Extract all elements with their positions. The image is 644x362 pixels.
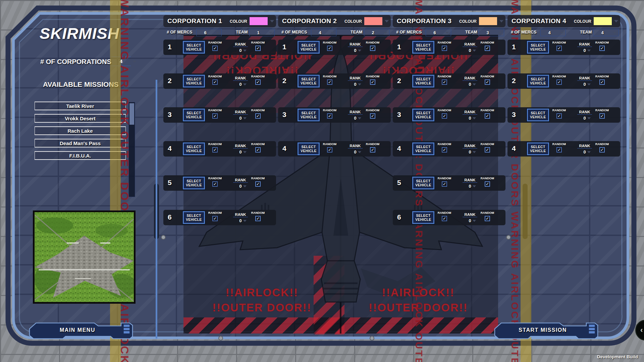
rank-dropdown[interactable]: 0	[231, 48, 250, 53]
team-dropdown[interactable]: 3	[479, 29, 504, 36]
chevron-down-icon[interactable]	[133, 61, 136, 63]
select-vehicle-button[interactable]: SELECT VEHICLE	[298, 109, 320, 121]
random-vehicle-checkbox[interactable]: ✓	[556, 113, 562, 119]
chevron-down-icon[interactable]	[385, 20, 389, 22]
select-vehicle-button[interactable]: SELECT VEHICLE	[183, 211, 205, 224]
random-rank-checkbox[interactable]: ✓	[485, 79, 490, 85]
rank-dropdown[interactable]: 0	[231, 184, 250, 189]
random-vehicle-checkbox[interactable]: ✓	[212, 181, 218, 187]
rank-dropdown[interactable]: 0	[231, 116, 250, 121]
random-vehicle-checkbox[interactable]: ✓	[327, 113, 332, 119]
random-vehicle-checkbox[interactable]: ✓	[442, 46, 447, 51]
select-vehicle-button[interactable]: SELECT VEHICLE	[298, 75, 320, 87]
random-vehicle-checkbox[interactable]: ✓	[327, 46, 332, 51]
rank-dropdown[interactable]: 0	[346, 48, 365, 53]
random-rank-checkbox[interactable]: ✓	[599, 113, 605, 119]
colour-label: COLOUR	[459, 19, 477, 24]
random-rank-checkbox[interactable]: ✓	[485, 181, 490, 187]
colour-swatch[interactable]	[479, 17, 497, 25]
select-vehicle-button[interactable]: SELECT VEHICLE	[412, 142, 434, 155]
random-rank-checkbox[interactable]: ✓	[599, 79, 605, 85]
random-vehicle-checkbox[interactable]: ✓	[212, 216, 218, 221]
random-rank-checkbox[interactable]: ✓	[255, 147, 261, 153]
random-rank-checkbox[interactable]: ✓	[599, 46, 605, 51]
random-vehicle-checkbox[interactable]: ✓	[442, 79, 447, 85]
random-rank-checkbox[interactable]: ✓	[255, 79, 261, 85]
random-rank-checkbox[interactable]: ✓	[370, 147, 375, 153]
team-dropdown[interactable]: 2	[364, 29, 389, 36]
random-vehicle-checkbox[interactable]: ✓	[212, 147, 218, 153]
random-vehicle-checkbox[interactable]: ✓	[556, 46, 562, 51]
random-rank-checkbox[interactable]: ✓	[485, 46, 490, 51]
select-vehicle-button[interactable]: SELECT VEHICLE	[183, 75, 205, 87]
random-rank-checkbox[interactable]: ✓	[255, 216, 261, 221]
select-vehicle-button[interactable]: SELECT VEHICLE	[412, 177, 434, 189]
team-dropdown[interactable]: 1	[249, 29, 275, 36]
colour-swatch[interactable]	[249, 17, 268, 25]
random-vehicle-checkbox[interactable]: ✓	[327, 79, 332, 85]
random-rank-checkbox[interactable]: ✓	[370, 46, 375, 51]
select-vehicle-button[interactable]: SELECT VEHICLE	[412, 109, 434, 121]
start-mission-button[interactable]: START MISSION	[494, 322, 599, 340]
chevron-down-icon[interactable]	[614, 20, 618, 22]
chevron-down-icon[interactable]	[499, 20, 503, 22]
rank-dropdown[interactable]: 0	[231, 218, 250, 223]
rank-dropdown[interactable]: 0	[461, 149, 479, 155]
rank-dropdown[interactable]: 0	[231, 82, 250, 87]
rank-dropdown[interactable]: 0	[461, 82, 479, 87]
random-rank-checkbox[interactable]: ✓	[255, 181, 261, 187]
random-rank-checkbox[interactable]: ✓	[599, 147, 605, 153]
rank-dropdown[interactable]: 0	[346, 149, 365, 155]
select-vehicle-button[interactable]: SELECT VEHICLE	[298, 41, 320, 54]
random-vehicle-checkbox[interactable]: ✓	[556, 147, 562, 153]
random-rank-checkbox[interactable]: ✓	[485, 216, 490, 221]
colour-swatch[interactable]	[364, 17, 383, 25]
random-vehicle-checkbox[interactable]: ✓	[212, 46, 218, 51]
random-rank-checkbox[interactable]: ✓	[370, 79, 375, 85]
rank-dropdown[interactable]: 0	[461, 184, 479, 189]
random-vehicle-checkbox[interactable]: ✓	[442, 147, 447, 153]
random-vehicle-checkbox[interactable]: ✓	[212, 79, 218, 85]
chevron-down-icon[interactable]	[270, 20, 274, 22]
rank-dropdown[interactable]: 0	[575, 48, 594, 53]
select-vehicle-button[interactable]: SELECT VEHICLE	[183, 109, 205, 121]
rank-dropdown[interactable]: 0	[346, 116, 365, 121]
random-rank-checkbox[interactable]: ✓	[485, 147, 490, 153]
random-vehicle-checkbox[interactable]: ✓	[556, 79, 562, 85]
mercs-dropdown[interactable]: 6	[196, 29, 222, 36]
select-vehicle-button[interactable]: SELECT VEHICLE	[527, 75, 549, 87]
rank-dropdown[interactable]: 0	[461, 48, 479, 53]
rank-dropdown[interactable]: 0	[346, 82, 365, 87]
rank-dropdown[interactable]: 0	[461, 116, 479, 121]
select-vehicle-button[interactable]: SELECT VEHICLE	[527, 41, 549, 54]
main-menu-button[interactable]: MAIN MENU	[29, 322, 133, 340]
select-vehicle-button[interactable]: SELECT VEHICLE	[412, 211, 434, 224]
mercs-dropdown[interactable]: 6	[426, 29, 451, 36]
colour-swatch[interactable]	[593, 17, 612, 25]
random-rank-checkbox[interactable]: ✓	[370, 113, 375, 119]
team-dropdown[interactable]: 4	[593, 29, 619, 36]
rank-dropdown[interactable]: 0	[461, 218, 479, 223]
random-vehicle-checkbox[interactable]: ✓	[212, 113, 218, 119]
rank-dropdown[interactable]: 0	[231, 149, 250, 155]
rank-dropdown[interactable]: 0	[575, 116, 594, 121]
select-vehicle-button[interactable]: SELECT VEHICLE	[412, 75, 434, 87]
random-vehicle-checkbox[interactable]: ✓	[442, 113, 447, 119]
rank-dropdown[interactable]: 0	[575, 149, 594, 155]
select-vehicle-button[interactable]: SELECT VEHICLE	[183, 177, 205, 189]
select-vehicle-button[interactable]: SELECT VEHICLE	[527, 142, 549, 155]
random-vehicle-checkbox[interactable]: ✓	[442, 181, 447, 187]
select-vehicle-button[interactable]: SELECT VEHICLE	[527, 109, 549, 121]
random-vehicle-checkbox[interactable]: ✓	[327, 147, 332, 153]
select-vehicle-button[interactable]: SELECT VEHICLE	[183, 142, 205, 155]
select-vehicle-button[interactable]: SELECT VEHICLE	[183, 41, 205, 54]
mercs-dropdown[interactable]: 4	[311, 29, 336, 36]
select-vehicle-button[interactable]: SELECT VEHICLE	[298, 142, 320, 155]
select-vehicle-button[interactable]: SELECT VEHICLE	[412, 41, 434, 54]
random-vehicle-checkbox[interactable]: ✓	[442, 216, 447, 221]
random-rank-checkbox[interactable]: ✓	[255, 113, 261, 119]
random-rank-checkbox[interactable]: ✓	[255, 46, 261, 51]
rank-dropdown[interactable]: 0	[575, 82, 594, 87]
random-rank-checkbox[interactable]: ✓	[485, 113, 490, 119]
mercs-dropdown[interactable]: 4	[540, 29, 566, 36]
